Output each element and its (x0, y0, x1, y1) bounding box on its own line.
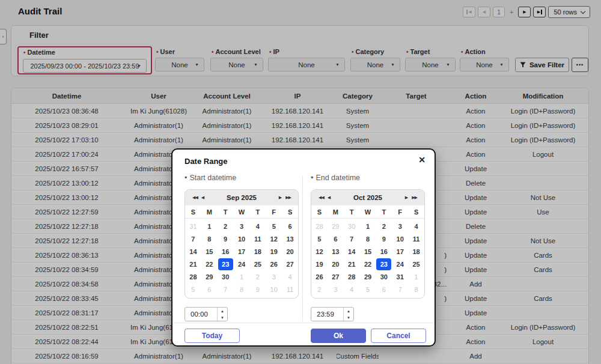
calendar-day[interactable]: 10 (234, 232, 250, 245)
calendar-day[interactable]: 19 (266, 245, 282, 258)
calendar-day[interactable]: 29 (328, 220, 344, 232)
calendar-day[interactable]: 12 (266, 232, 282, 245)
calendar-day[interactable]: 1 (360, 220, 376, 232)
calendar-day[interactable]: 1 (234, 270, 250, 283)
start-time-input[interactable]: 00:00 ▲ ▼ (185, 307, 228, 321)
calendar-day[interactable]: 24 (234, 258, 250, 270)
calendar-day[interactable]: 17 (392, 245, 408, 258)
calendar-day[interactable]: 5 (185, 283, 201, 296)
calendar-day[interactable]: 16 (376, 245, 392, 258)
calendar-day[interactable]: 2 (376, 220, 392, 232)
calendar-day[interactable]: 27 (328, 270, 344, 283)
prev-month-icon[interactable]: ◀ (200, 195, 206, 200)
calendar-day[interactable]: 8 (201, 232, 218, 245)
calendar-day[interactable]: 29 (201, 270, 218, 283)
calendar-day[interactable]: 27 (282, 258, 298, 270)
calendar-day[interactable]: 22 (360, 258, 376, 270)
end-time-input[interactable]: 23:59 ▲ ▼ (311, 307, 354, 321)
calendar-day[interactable]: 3 (266, 270, 282, 283)
calendar-day[interactable]: 2 (218, 220, 234, 232)
calendar-day[interactable]: 30 (218, 270, 234, 283)
calendar-day[interactable]: 14 (344, 245, 360, 258)
calendar-day[interactable]: 22 (201, 258, 218, 270)
today-button[interactable]: Today (185, 329, 240, 343)
calendar-day[interactable]: 3 (392, 220, 408, 232)
calendar-day[interactable]: 8 (360, 232, 376, 245)
calendar-day[interactable]: 31 (392, 270, 408, 283)
calendar-day[interactable]: 17 (234, 245, 250, 258)
prev-month-icon[interactable]: ◀ (326, 195, 332, 200)
calendar-day[interactable]: 3 (328, 283, 344, 296)
calendar-day[interactable]: 15 (360, 245, 376, 258)
calendar-day[interactable]: 10 (266, 283, 282, 296)
calendar-day[interactable]: 3 (234, 220, 250, 232)
calendar-day[interactable]: 5 (360, 283, 376, 296)
spinner-up-icon[interactable]: ▲ (344, 308, 353, 314)
calendar-day[interactable]: 9 (218, 232, 234, 245)
calendar-day[interactable]: 20 (328, 258, 344, 270)
calendar-day[interactable]: 26 (266, 258, 282, 270)
calendar-day[interactable]: 18 (249, 245, 266, 258)
calendar-day[interactable]: 28 (185, 270, 201, 283)
prev-year-icon[interactable]: ◀◀ (191, 195, 200, 200)
calendar-day[interactable]: 21 (344, 258, 360, 270)
calendar-day[interactable]: 31 (185, 220, 201, 232)
calendar-day[interactable]: 7 (392, 283, 408, 296)
calendar-day[interactable]: 6 (201, 283, 218, 296)
calendar-day[interactable]: 4 (408, 220, 424, 232)
calendar-day[interactable]: 8 (408, 283, 424, 296)
close-icon[interactable]: ✕ (418, 155, 426, 165)
calendar-day[interactable]: 9 (376, 232, 392, 245)
calendar-day-selected[interactable]: 23 (376, 258, 392, 270)
calendar-day[interactable]: 5 (311, 232, 328, 245)
calendar-day[interactable]: 7 (218, 283, 234, 296)
calendar-day[interactable]: 15 (201, 245, 218, 258)
calendar-day[interactable]: 8 (234, 283, 250, 296)
calendar-day[interactable]: 13 (282, 232, 298, 245)
next-month-icon[interactable]: ▶ (403, 195, 410, 200)
calendar-day[interactable]: 21 (185, 258, 201, 270)
prev-year-icon[interactable]: ◀◀ (317, 195, 326, 200)
calendar-day[interactable]: 28 (311, 220, 328, 232)
calendar-day-selected[interactable]: 23 (218, 258, 234, 270)
next-year-icon[interactable]: ▶▶ (284, 195, 293, 200)
spinner-up-icon[interactable]: ▲ (218, 308, 227, 314)
calendar-day[interactable]: 4 (344, 283, 360, 296)
next-year-icon[interactable]: ▶▶ (410, 195, 419, 200)
calendar-day[interactable]: 11 (249, 232, 266, 245)
calendar-day[interactable]: 16 (218, 245, 234, 258)
calendar-day[interactable]: 6 (282, 220, 298, 232)
calendar-day[interactable]: 6 (376, 283, 392, 296)
calendar-day[interactable]: 9 (249, 283, 266, 296)
calendar-day[interactable]: 14 (185, 245, 201, 258)
calendar-day[interactable]: 5 (266, 220, 282, 232)
calendar-day[interactable]: 10 (392, 232, 408, 245)
calendar-day[interactable]: 2 (311, 283, 328, 296)
calendar-day[interactable]: 1 (408, 270, 424, 283)
calendar-day[interactable]: 11 (282, 283, 298, 296)
calendar-day[interactable]: 18 (408, 245, 424, 258)
calendar-day[interactable]: 30 (376, 270, 392, 283)
calendar-day[interactable]: 30 (344, 220, 360, 232)
calendar-day[interactable]: 25 (249, 258, 266, 270)
calendar-day[interactable]: 20 (282, 245, 298, 258)
calendar-day[interactable]: 6 (328, 232, 344, 245)
cancel-button[interactable]: Cancel (371, 329, 426, 343)
spinner-down-icon[interactable]: ▼ (218, 314, 227, 321)
calendar-day[interactable]: 7 (344, 232, 360, 245)
calendar-day[interactable]: 4 (249, 220, 266, 232)
calendar-day[interactable]: 29 (360, 270, 376, 283)
calendar-day[interactable]: 28 (344, 270, 360, 283)
calendar-day[interactable]: 1 (201, 220, 218, 232)
calendar-day[interactable]: 26 (311, 270, 328, 283)
calendar-day[interactable]: 25 (408, 258, 424, 270)
spinner-down-icon[interactable]: ▼ (344, 314, 353, 321)
calendar-day[interactable]: 12 (311, 245, 328, 258)
calendar-day[interactable]: 7 (185, 232, 201, 245)
calendar-day[interactable]: 24 (392, 258, 408, 270)
calendar-day[interactable]: 11 (408, 232, 424, 245)
next-month-icon[interactable]: ▶ (277, 195, 284, 200)
ok-button[interactable]: Ok (311, 329, 366, 343)
calendar-day[interactable]: 4 (282, 270, 298, 283)
calendar-day[interactable]: 19 (311, 258, 328, 270)
